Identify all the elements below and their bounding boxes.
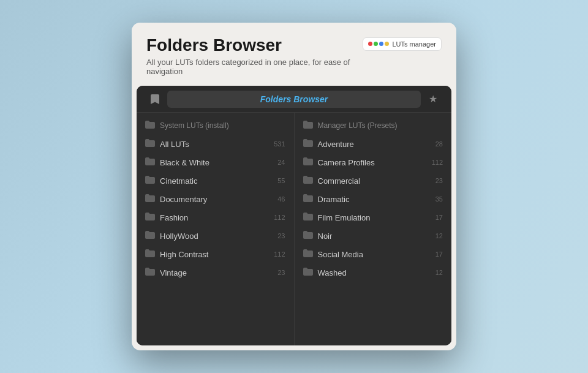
right-folder-row[interactable]: Commercial 23 <box>295 171 452 190</box>
folder-icon-system-left <box>145 121 155 130</box>
header-subtitle: All your LUTs folders categorized in one… <box>146 58 363 76</box>
folder-count: 23 <box>428 177 443 184</box>
header-title: Folders Browser <box>146 35 363 56</box>
left-folder-row[interactable]: Cinetmatic 55 <box>137 171 294 190</box>
folder-name: Fashion <box>160 213 266 222</box>
folder-name: Documentary <box>160 195 266 204</box>
folder-count: 23 <box>271 269 285 276</box>
folder-name: Social Media <box>318 250 424 259</box>
folder-icon <box>145 157 155 167</box>
content-area: System LUTs (install) All LUTs 531 Black… <box>137 113 451 345</box>
right-system-row[interactable]: Manager LUTs (Presets) <box>295 116 452 135</box>
folder-count: 12 <box>428 269 443 276</box>
folder-name: Dramatic <box>318 195 424 204</box>
folder-name: Noir <box>318 232 424 241</box>
right-folder-row[interactable]: Camera Profiles 112 <box>295 153 452 171</box>
folder-icon <box>145 176 155 186</box>
folder-icon <box>303 268 313 277</box>
tabs-row: Folders Browser ★ <box>137 86 451 113</box>
left-folder-row[interactable]: Black & White 24 <box>137 153 294 171</box>
folder-icon <box>303 194 313 204</box>
right-folder-row[interactable]: Adventure 28 <box>295 135 452 153</box>
dot-blue <box>379 42 383 46</box>
folder-icon <box>145 249 155 259</box>
left-system-label: System LUTs (install) <box>160 121 285 130</box>
folder-icon <box>303 139 313 149</box>
dot-yellow <box>385 42 389 46</box>
folder-icon <box>303 157 313 167</box>
right-folder-row[interactable]: Social Media 17 <box>295 245 452 263</box>
folder-name: Adventure <box>318 140 424 149</box>
badge-label: LUTs manager <box>392 40 436 48</box>
folder-name: Camera Profiles <box>318 158 424 167</box>
left-items-list: All LUTs 531 Black & White 24 Cinetmatic… <box>137 135 294 282</box>
left-column: System LUTs (install) All LUTs 531 Black… <box>137 113 295 345</box>
left-folder-row[interactable]: All LUTs 531 <box>137 135 294 153</box>
left-folder-row[interactable]: Vintage 23 <box>137 263 294 282</box>
right-system-label: Manager LUTs (Presets) <box>318 121 443 130</box>
folder-count: 112 <box>428 159 443 166</box>
folder-count: 24 <box>271 159 285 166</box>
folder-name: All LUTs <box>160 140 266 149</box>
right-items-list: Adventure 28 Camera Profiles 112 Commerc… <box>295 135 452 282</box>
folder-icon <box>303 249 313 259</box>
folder-name: Washed <box>318 268 424 277</box>
folder-count: 112 <box>271 251 285 258</box>
folder-icon <box>145 231 155 241</box>
folder-icon <box>145 194 155 204</box>
folder-count: 17 <box>428 214 443 221</box>
folder-icon <box>145 268 155 277</box>
folder-icon-system-right <box>303 121 313 130</box>
right-folder-row[interactable]: Washed 12 <box>295 263 452 282</box>
inner-card: Folders Browser ★ System LUTs (install) … <box>137 86 451 345</box>
folder-count: 12 <box>428 232 443 239</box>
folder-icon <box>145 213 155 222</box>
folder-name: Cinetmatic <box>160 176 266 186</box>
header-section: Folders Browser All your LUTs folders ca… <box>132 23 456 86</box>
right-folder-row[interactable]: Film Emulation 17 <box>295 208 452 227</box>
dot-red <box>368 42 372 46</box>
folder-count: 35 <box>428 195 443 203</box>
right-folder-row[interactable]: Noir 12 <box>295 227 452 245</box>
folder-count: 112 <box>271 214 285 221</box>
folder-count: 531 <box>271 140 285 148</box>
left-system-row[interactable]: System LUTs (install) <box>137 116 294 135</box>
folder-count: 17 <box>428 251 443 258</box>
folder-count: 46 <box>271 195 285 203</box>
left-folder-row[interactable]: Fashion 112 <box>137 208 294 227</box>
left-folder-row[interactable]: High Contrast 112 <box>137 245 294 263</box>
folder-icon <box>145 139 155 149</box>
left-folder-row[interactable]: Documentary 46 <box>137 190 294 208</box>
folder-name: Vintage <box>160 268 266 277</box>
tab-folders-browser[interactable]: Folders Browser <box>167 91 421 108</box>
left-folder-row[interactable]: HollyWood 23 <box>137 227 294 245</box>
luts-badge: LUTs manager <box>363 37 442 51</box>
folder-count: 23 <box>271 232 285 239</box>
folder-icon <box>303 231 313 241</box>
folder-name: High Contrast <box>160 250 266 259</box>
star-tab-icon[interactable]: ★ <box>421 93 445 105</box>
folder-name: Film Emulation <box>318 213 424 222</box>
main-card: Folders Browser All your LUTs folders ca… <box>132 23 456 351</box>
badge-dots <box>368 42 389 46</box>
folder-icon <box>303 176 313 186</box>
dot-green <box>374 42 378 46</box>
folder-name: Black & White <box>160 158 266 167</box>
folder-count: 55 <box>271 177 285 184</box>
header-text: Folders Browser All your LUTs folders ca… <box>146 35 363 77</box>
folder-icon <box>303 213 313 222</box>
folder-name: Commercial <box>318 176 424 186</box>
right-folder-row[interactable]: Dramatic 35 <box>295 190 452 208</box>
folder-count: 28 <box>428 140 443 148</box>
folder-name: HollyWood <box>160 232 266 241</box>
bookmark-tab-icon[interactable] <box>143 94 167 104</box>
right-column: Manager LUTs (Presets) Adventure 28 Came… <box>295 113 452 345</box>
